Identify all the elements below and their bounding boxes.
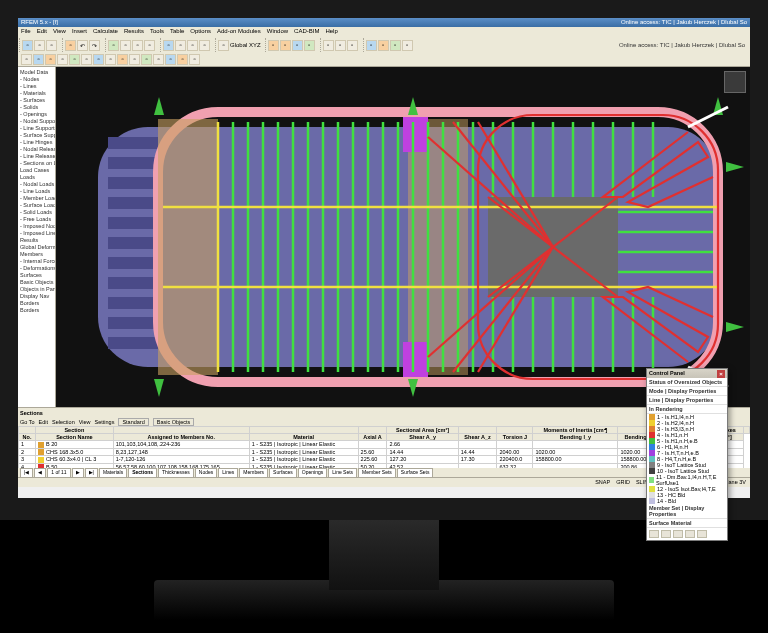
model-viewport[interactable] [56,67,750,407]
menubar[interactable]: File Edit View Insert Calculate Results … [18,27,750,37]
table-row[interactable]: 2CHS 168.3x5.08,23,127,1481 - S235 | Iso… [19,448,750,456]
status-grid[interactable]: GRID [616,479,630,486]
table-btn-selection[interactable]: Selection [52,419,75,425]
tool-cs-icon[interactable]: ▫ [218,40,229,51]
tab-lines[interactable]: Lines [218,468,238,477]
nav-item[interactable]: - Member Loads [20,195,53,201]
nav-item[interactable]: Borders [20,307,53,313]
nav-item[interactable]: Objects in Parts [20,286,53,292]
cp-pip-icon[interactable] [685,530,695,538]
tool2-i-icon[interactable]: ▫ [117,54,128,65]
tab-openings[interactable]: Openings [298,468,327,477]
navigator-panel[interactable]: Model Data- Nodes- Lines- Materials- Sur… [18,67,56,407]
table-nav-next[interactable]: ▶ [72,468,84,477]
menu-calculate[interactable]: Calculate [93,28,118,36]
tool2-l-icon[interactable]: ▫ [153,54,164,65]
nav-item[interactable]: - Line Hinges [20,139,53,145]
tab-materials[interactable]: Materials [99,468,127,477]
tool-e-icon[interactable]: ▫ [323,40,334,51]
cp-pip-icon[interactable] [697,530,707,538]
nav-item[interactable]: Results [20,237,53,243]
menu-table[interactable]: Table [170,28,184,36]
tab-surfacesets[interactable]: Surface Sets [397,468,434,477]
tool-print-icon[interactable]: ▫ [65,40,76,51]
menu-insert[interactable]: Insert [72,28,87,36]
table-filter-select[interactable]: Standard [118,418,148,426]
tool-g-icon[interactable]: ▫ [347,40,358,51]
tool-iso-icon[interactable]: ▫ [163,40,174,51]
table-btn-settings[interactable]: Settings [95,419,115,425]
tab-membersets[interactable]: Member Sets [358,468,396,477]
tool2-g-icon[interactable]: ▫ [93,54,104,65]
tool-f-icon[interactable]: ▫ [335,40,346,51]
table-basic-select[interactable]: Basic Objects [153,418,195,426]
tool-yz-icon[interactable]: ▫ [199,40,210,51]
nav-item[interactable]: - Solids [20,104,53,110]
tool2-a-icon[interactable]: ▫ [21,54,32,65]
tool2-c-icon[interactable]: ▫ [45,54,56,65]
menu-results[interactable]: Results [124,28,144,36]
nav-item[interactable]: Loads [20,174,53,180]
tool-undo-icon[interactable]: ↶ [77,40,88,51]
tab-nodes[interactable]: Nodes [195,468,217,477]
menu-view[interactable]: View [53,28,66,36]
tool-new-icon[interactable]: ▫ [22,40,33,51]
tool-save-icon[interactable]: ▫ [46,40,57,51]
close-icon[interactable]: × [717,370,725,378]
tool-fit-icon[interactable]: ▫ [144,40,155,51]
nav-item[interactable]: Basic Objects [20,279,53,285]
table-btn-goto[interactable]: Go To [20,419,35,425]
nav-item[interactable]: - Line Releases [20,153,53,159]
tool2-h-icon[interactable]: ▫ [105,54,116,65]
nav-item[interactable]: - Sections on Load [20,160,53,166]
tool-rotate-icon[interactable]: ▫ [132,40,143,51]
menu-cadbim[interactable]: CAD-BIM [294,28,319,36]
menu-edit[interactable]: Edit [37,28,47,36]
nav-item[interactable]: - Deformations [20,265,53,271]
table-row[interactable]: 1B 20101,103,104,108,.224-2361 - S235 | … [19,441,750,449]
tool2-o-icon[interactable]: ▫ [189,54,200,65]
tool2-k-icon[interactable]: ▫ [141,54,152,65]
menu-tools[interactable]: Tools [150,28,164,36]
menu-window[interactable]: Window [267,28,288,36]
nav-item[interactable]: - Nodal Loads [20,181,53,187]
tool-xy-icon[interactable]: ▫ [175,40,186,51]
nav-item[interactable]: Borders [20,300,53,306]
nav-item[interactable]: Members [20,251,53,257]
tool2-j-icon[interactable]: ▫ [129,54,140,65]
cp-pip-icon[interactable] [673,530,683,538]
table-btn-edit[interactable]: Edit [39,419,48,425]
tab-members[interactable]: Members [239,468,268,477]
tool2-f-icon[interactable]: ▫ [81,54,92,65]
menu-help[interactable]: Help [325,28,337,36]
table-nav-prev[interactable]: ◀ [34,468,46,477]
nav-item[interactable]: - Nodal Supports [20,118,53,124]
nav-item[interactable]: Surfaces [20,272,53,278]
menu-options[interactable]: Options [190,28,211,36]
menu-file[interactable]: File [21,28,31,36]
tool-zoom-icon[interactable]: ▫ [108,40,119,51]
tool-k-icon[interactable]: ▫ [402,40,413,51]
nav-item[interactable]: - Line Supports [20,125,53,131]
tool2-m-icon[interactable]: ▫ [165,54,176,65]
nav-item[interactable]: - Imposed Nodal Deformations [20,223,53,229]
table-tabs[interactable]: |◀ ◀ 1 of 11 ▶ ▶| Materials Sections Thi… [18,468,750,477]
tool2-d-icon[interactable]: ▫ [57,54,68,65]
nav-item[interactable]: - Nodes [20,76,53,82]
tool-b-icon[interactable]: ▫ [280,40,291,51]
cp-color-row[interactable]: 11 - Dm.Bav.1,I4,n.H,T,E SurfUse1 [647,474,727,486]
tool-d-icon[interactable]: ▫ [304,40,315,51]
status-snap[interactable]: SNAP [595,479,610,486]
nav-item[interactable]: - Nodal Releases [20,146,53,152]
tab-linesets[interactable]: Line Sets [328,468,357,477]
table-row[interactable]: 3CHS 60.3x4.0 | CL 31-7,120-1261 - S235 … [19,456,750,464]
nav-item[interactable]: - Free Loads [20,216,53,222]
table-nav-first[interactable]: |◀ [20,468,33,477]
cp-pip-icon[interactable] [661,530,671,538]
tool-c-icon[interactable]: ▫ [292,40,303,51]
nav-item[interactable]: - Surfaces [20,97,53,103]
menu-addons[interactable]: Add-on Modules [217,28,261,36]
nav-item[interactable]: - Surface Loads [20,202,53,208]
nav-item[interactable]: - Openings [20,111,53,117]
nav-item[interactable]: - Internal Forces [20,258,53,264]
